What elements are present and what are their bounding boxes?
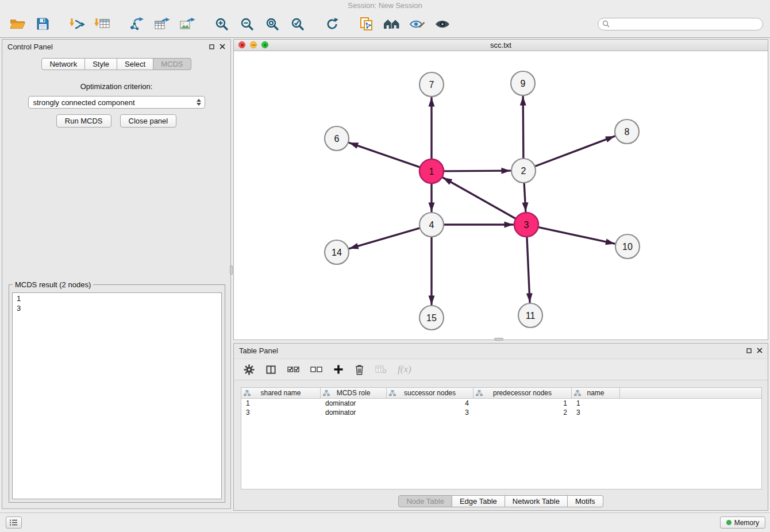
column-header-successor-nodes[interactable]: successor nodes — [387, 388, 473, 398]
table-settings-button[interactable] — [244, 364, 255, 375]
tab-style[interactable]: Style — [85, 58, 117, 70]
window-zoom-icon[interactable] — [261, 41, 268, 48]
float-panel-icon[interactable] — [209, 44, 214, 49]
refresh-icon — [325, 17, 339, 31]
table-cell[interactable]: dominator — [321, 408, 387, 417]
edge-4-to-14[interactable] — [349, 228, 419, 248]
column-header-shared-name[interactable]: shared name — [241, 388, 321, 398]
close-panel-icon[interactable] — [220, 44, 225, 49]
float-table-panel-icon[interactable] — [746, 348, 752, 353]
search-input[interactable] — [613, 20, 759, 28]
node-label: 9 — [521, 79, 526, 88]
table-tabs: Node TableEdge TableNetwork TableMotifs — [234, 495, 768, 507]
node-3[interactable]: 3 — [514, 213, 538, 237]
table-panel-title: Table Panel — [239, 346, 278, 355]
column-type-icon — [244, 390, 251, 396]
add-column-button[interactable] — [333, 364, 344, 375]
window-close-icon[interactable] — [238, 41, 245, 48]
table-cell[interactable]: 1 — [241, 399, 321, 407]
node-9[interactable]: 9 — [511, 71, 535, 95]
column-header-name[interactable]: name — [572, 388, 620, 398]
edge-3-to-10[interactable] — [539, 228, 615, 244]
zoom-out-button[interactable] — [237, 14, 257, 34]
node-8[interactable]: 8 — [615, 119, 639, 144]
network-window: scc.txt 7968124314101511 — [233, 39, 768, 340]
table-row[interactable]: 3dominator323 — [241, 408, 761, 417]
close-panel-button[interactable]: Close panel — [120, 114, 177, 128]
node-label: 7 — [429, 80, 434, 90]
import-network-button[interactable] — [67, 14, 87, 34]
refresh-view-button[interactable] — [322, 14, 342, 34]
column-header-label: predecessor nodes — [493, 389, 552, 397]
tab-mcds[interactable]: MCDS — [153, 58, 191, 70]
window-minimize-icon[interactable] — [250, 41, 257, 48]
table-cell[interactable]: 3 — [241, 408, 321, 417]
close-table-panel-icon[interactable] — [757, 348, 763, 353]
table-row[interactable]: 1dominator411 — [241, 399, 761, 408]
node-2[interactable]: 2 — [511, 159, 536, 183]
edge-2-to-8[interactable] — [536, 136, 615, 166]
node-11[interactable]: 11 — [518, 303, 542, 327]
column-header-filler — [620, 388, 761, 398]
deselect-all-columns-button[interactable] — [310, 365, 322, 373]
memory-button[interactable]: Memory — [720, 516, 765, 529]
criterion-select[interactable]: strongly connected component — [28, 96, 205, 109]
table-cell[interactable]: dominator — [321, 399, 387, 407]
import-table-button[interactable] — [92, 14, 113, 34]
delete-column-button[interactable] — [355, 364, 364, 375]
tab-network[interactable]: Network — [41, 58, 85, 70]
mcds-result-box: MCDS result (2 nodes) 13 — [9, 284, 225, 503]
table-cell[interactable]: 1 — [572, 399, 620, 407]
edge-2-to-9[interactable] — [523, 97, 523, 158]
open-session-button[interactable] — [7, 14, 28, 34]
vertical-splitter[interactable] — [230, 265, 233, 275]
select-all-columns-button[interactable] — [287, 365, 299, 373]
node-7[interactable]: 7 — [419, 72, 444, 97]
search-field[interactable] — [598, 18, 763, 30]
network-canvas[interactable]: 7968124314101511 — [234, 51, 768, 340]
copy-style-button[interactable] — [356, 14, 377, 34]
column-header-mcds-role[interactable]: MCDS role — [321, 388, 387, 398]
table-cell[interactable]: 3 — [572, 408, 620, 417]
column-type-icon — [323, 390, 330, 396]
node-label: 2 — [521, 166, 526, 176]
table-cell[interactable]: 2 — [473, 408, 572, 417]
node-6[interactable]: 6 — [325, 126, 349, 151]
edge-2-to-3[interactable] — [524, 183, 526, 211]
table-cell[interactable]: 1 — [473, 399, 572, 407]
table-cell[interactable]: 4 — [387, 399, 473, 407]
tab-motifs[interactable]: Motifs — [568, 495, 603, 507]
node-1[interactable]: 1 — [419, 159, 444, 183]
node-15[interactable]: 15 — [419, 306, 444, 330]
zoom-fit-button[interactable] — [262, 14, 283, 34]
tab-node-table[interactable]: Node Table — [398, 495, 452, 507]
unchecked-boxes-icon — [310, 365, 322, 373]
column-header-predecessor-nodes[interactable]: predecessor nodes — [473, 388, 572, 398]
export-image-button[interactable] — [177, 14, 198, 34]
control-panel: Control Panel NetworkStyleSelectMCDS Opt… — [2, 39, 231, 509]
mcds-result-title: MCDS result (2 nodes) — [13, 280, 93, 289]
table-cell[interactable]: 3 — [387, 408, 473, 417]
save-session-button[interactable] — [32, 14, 53, 34]
task-history-button[interactable] — [6, 516, 22, 529]
edge-3-to-1[interactable] — [443, 178, 515, 218]
node-14[interactable]: 14 — [325, 240, 349, 264]
edge-1-to-6[interactable] — [349, 143, 419, 167]
toggle-column-panel-button[interactable] — [265, 364, 276, 375]
zoom-in-button[interactable] — [211, 14, 232, 34]
run-mcds-button[interactable]: Run MCDS — [56, 114, 111, 128]
tab-select[interactable]: Select — [117, 58, 153, 70]
show-hide-graphics-button[interactable] — [432, 14, 453, 34]
export-table-button[interactable] — [152, 14, 172, 34]
tab-edge-table[interactable]: Edge Table — [452, 495, 505, 507]
node-10[interactable]: 10 — [615, 234, 640, 259]
edge-1-to-2[interactable] — [444, 171, 510, 171]
zoom-selected-button[interactable] — [287, 14, 308, 34]
tab-network-table[interactable]: Network Table — [505, 495, 568, 507]
edge-3-to-11[interactable] — [527, 237, 530, 302]
export-network-button[interactable] — [126, 14, 147, 34]
node-4[interactable]: 4 — [419, 213, 444, 237]
style-preview-button[interactable] — [407, 14, 428, 34]
home-layout-button[interactable] — [382, 14, 402, 34]
horizontal-splitter[interactable] — [494, 338, 503, 341]
